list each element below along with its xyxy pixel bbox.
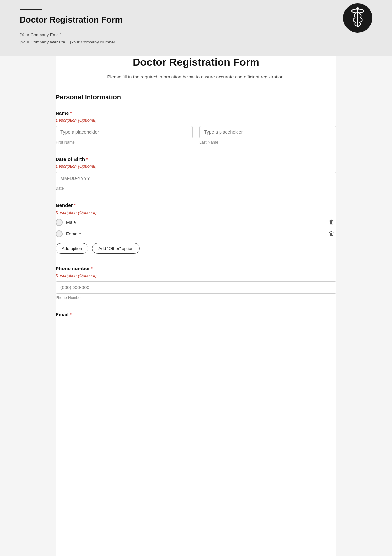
female-radio-label: Female <box>66 231 81 236</box>
form-container: Doctor Registration Form Please fill in … <box>56 56 336 556</box>
name-description: Description (Optional) <box>56 118 336 123</box>
last-name-label: Last Name <box>199 140 336 145</box>
header-contact: [Your Company Email] [Your Company Websi… <box>20 31 372 46</box>
dob-input[interactable] <box>56 172 336 184</box>
gender-required-marker: * <box>74 202 76 208</box>
gender-label: Gender* <box>56 202 336 208</box>
last-name-input[interactable] <box>199 126 336 138</box>
dob-label: Date of Birth* <box>56 156 336 162</box>
header-website-phone: [Your Company Website] | [Your Company N… <box>20 39 372 46</box>
name-inputs-row: First Name Last Name <box>56 126 336 145</box>
first-name-label: First Name <box>56 140 193 145</box>
field-email: Email* <box>56 312 336 317</box>
gender-option-male: Male 🗑 <box>56 218 336 226</box>
first-name-input[interactable] <box>56 126 193 138</box>
company-logo <box>343 3 372 33</box>
add-option-button[interactable]: Add option <box>56 243 88 254</box>
dob-sub-label: Date <box>56 186 336 191</box>
gender-option-female: Female 🗑 <box>56 230 336 238</box>
phone-description: Description (Optional) <box>56 273 336 278</box>
page-header: Doctor Registration Form [Your Company E… <box>0 0 392 56</box>
svg-point-3 <box>357 26 359 27</box>
caduceus-icon <box>349 7 367 29</box>
email-label: Email* <box>56 312 336 317</box>
header-title: Doctor Registration Form <box>20 15 372 25</box>
phone-input[interactable] <box>56 281 336 294</box>
delete-male-icon[interactable]: 🗑 <box>327 218 336 226</box>
last-name-col: Last Name <box>199 126 336 145</box>
add-other-option-button[interactable]: Add "Other" option <box>92 243 140 254</box>
gender-description: Description (Optional) <box>56 210 336 215</box>
field-name: Name* Description (Optional) First Name … <box>56 110 336 145</box>
email-required-marker: * <box>70 312 72 317</box>
dob-description: Description (Optional) <box>56 164 336 169</box>
field-dob: Date of Birth* Description (Optional) Da… <box>56 156 336 191</box>
first-name-col: First Name <box>56 126 193 145</box>
form-title: Doctor Registration Form <box>56 56 336 68</box>
name-label: Name* <box>56 110 336 116</box>
field-phone: Phone number* Description (Optional) Pho… <box>56 266 336 300</box>
form-subtitle: Please fill in the required information … <box>56 74 336 80</box>
phone-label: Phone number* <box>56 266 336 271</box>
svg-rect-0 <box>357 8 358 26</box>
phone-sub-label: Phone Number <box>56 295 336 300</box>
female-radio-button[interactable] <box>56 230 63 237</box>
section-personal-info: Personal Information <box>56 94 336 101</box>
dob-required-marker: * <box>86 156 88 162</box>
header-accent-line <box>20 9 42 10</box>
male-radio-button[interactable] <box>56 219 63 226</box>
header-email: [Your Company Email] <box>20 31 372 39</box>
field-gender: Gender* Description (Optional) Male 🗑 Fe… <box>56 202 336 254</box>
gender-radio-group: Male 🗑 Female 🗑 <box>56 218 336 238</box>
delete-female-icon[interactable]: 🗑 <box>327 230 336 238</box>
phone-required-marker: * <box>91 266 93 271</box>
name-required-marker: * <box>70 110 72 116</box>
male-radio-label: Male <box>66 220 76 225</box>
svg-point-4 <box>356 7 359 10</box>
add-option-row: Add option Add "Other" option <box>56 243 336 254</box>
